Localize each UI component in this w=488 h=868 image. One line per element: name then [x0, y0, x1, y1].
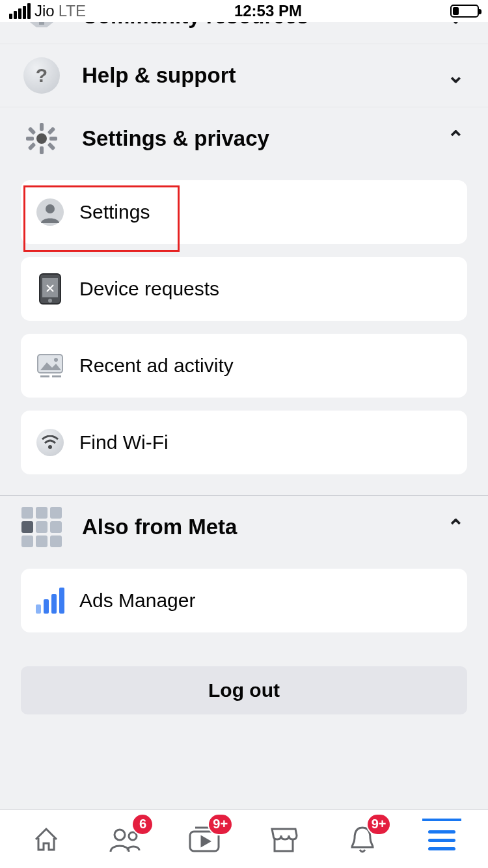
svg-point-15 [54, 358, 58, 362]
svg-point-0 [36, 133, 47, 144]
svg-point-19 [115, 830, 125, 840]
section-title: Also from Meta [82, 515, 425, 539]
section-settings-privacy[interactable]: Settings & privacy ⌃ [0, 107, 488, 170]
chevron-up-icon: ⌃ [447, 515, 465, 539]
settings-privacy-items: Settings Device requests Recent ad activ… [0, 170, 488, 490]
svg-rect-7 [28, 142, 36, 151]
section-title: Community resources [82, 22, 425, 29]
svg-rect-5 [28, 127, 36, 135]
bars-icon [36, 587, 64, 614]
status-left: Jio LTE [9, 2, 86, 20]
svg-rect-8 [47, 127, 56, 135]
chevron-down-icon: ⌄ [447, 22, 465, 29]
menu-item-settings[interactable]: Settings [21, 180, 467, 244]
nav-marketplace[interactable] [264, 820, 303, 859]
menu-item-label: Settings [79, 201, 150, 223]
svg-rect-3 [26, 137, 34, 141]
grid-icon [23, 509, 60, 545]
signal-icon [9, 3, 31, 19]
nav-home[interactable] [27, 820, 66, 859]
wifi-icon [36, 429, 64, 456]
menu-item-find-wifi[interactable]: Find Wi-Fi [21, 411, 467, 474]
section-also-from-meta[interactable]: Also from Meta ⌃ [0, 496, 488, 558]
battery-icon [450, 5, 479, 18]
bottom-nav: 6 9+ 9+ [0, 809, 488, 868]
svg-rect-17 [52, 375, 61, 377]
menu-item-ads-manager[interactable]: Ads Manager [21, 569, 467, 632]
notifications-badge: 9+ [366, 813, 392, 835]
gear-icon [23, 120, 60, 157]
nav-notifications[interactable]: 9+ [343, 820, 382, 859]
nav-menu[interactable] [422, 819, 461, 858]
menu-item-label: Find Wi-Fi [79, 431, 169, 454]
svg-rect-4 [49, 137, 57, 141]
logout-label: Log out [208, 679, 280, 701]
menu-item-label: Ads Manager [79, 590, 195, 612]
svg-point-18 [48, 445, 52, 449]
also-from-meta-items: Ads Manager [0, 558, 488, 648]
menu-item-label: Device requests [79, 278, 219, 300]
status-bar: Jio LTE 12:53 PM [0, 0, 488, 22]
section-help-support[interactable]: ? Help & support ⌄ [0, 44, 488, 107]
logout-button[interactable]: Log out [21, 666, 467, 714]
handshake-icon [23, 22, 60, 40]
status-right [450, 5, 479, 18]
section-title: Help & support [82, 63, 425, 88]
carrier-label: Jio [34, 2, 55, 20]
network-label: LTE [59, 2, 86, 20]
chevron-up-icon: ⌃ [447, 126, 465, 151]
svg-point-10 [46, 204, 55, 213]
image-icon [36, 352, 64, 379]
status-time: 12:53 PM [234, 2, 302, 20]
chevron-down-icon: ⌄ [447, 63, 465, 88]
menu-item-label: Recent ad activity [79, 355, 234, 377]
section-community-resources[interactable]: Community resources ⌄ [0, 22, 488, 44]
nav-watch[interactable]: 9+ [185, 820, 224, 859]
friends-badge: 6 [131, 813, 154, 835]
hamburger-icon [428, 830, 455, 850]
svg-rect-2 [40, 146, 44, 154]
section-title: Settings & privacy [82, 126, 425, 151]
menu-item-device-requests[interactable]: Device requests [21, 257, 467, 321]
nav-friends[interactable]: 6 [105, 820, 144, 859]
person-icon [36, 198, 64, 226]
watch-badge: 9+ [208, 813, 233, 835]
svg-point-13 [48, 299, 52, 303]
menu-item-recent-ad-activity[interactable]: Recent ad activity [21, 334, 467, 398]
phone-icon [36, 275, 64, 303]
svg-rect-16 [40, 375, 49, 377]
svg-rect-6 [47, 142, 56, 151]
question-icon: ? [23, 57, 60, 94]
svg-rect-1 [40, 123, 44, 131]
